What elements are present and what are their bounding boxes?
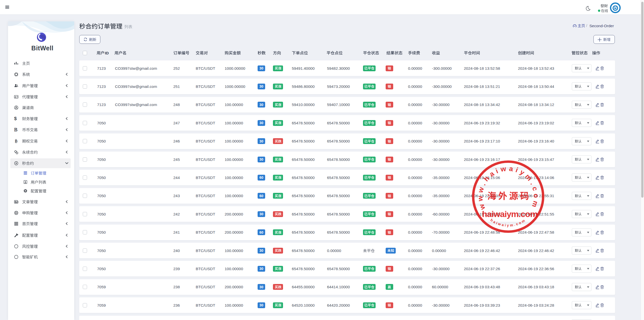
svg-text:haiwaiym.com: haiwaiym.com — [490, 218, 527, 227]
svg-text:www.haiwaiym.com: www.haiwaiym.com — [476, 164, 540, 211]
